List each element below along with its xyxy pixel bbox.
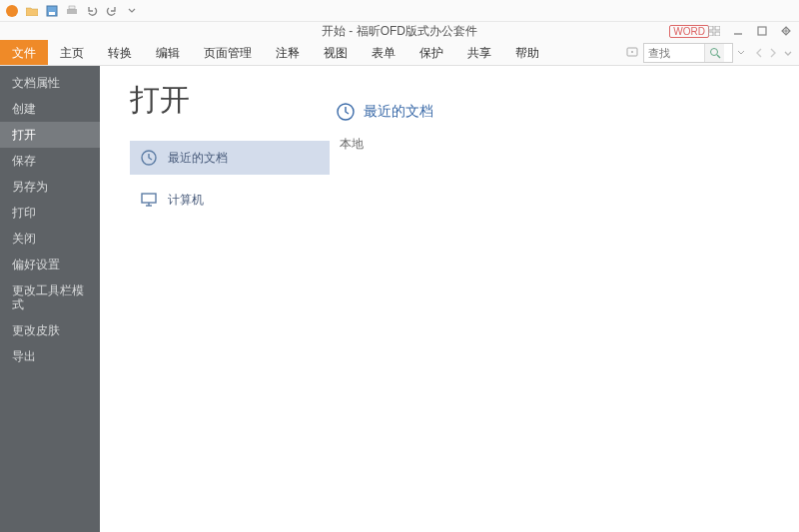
sidebar-item-export[interactable]: 导出 bbox=[0, 343, 100, 369]
tab-view[interactable]: 视图 bbox=[312, 40, 360, 65]
tab-form[interactable]: 表单 bbox=[360, 40, 407, 65]
svg-rect-5 bbox=[708, 26, 713, 30]
format-badge: WORD bbox=[669, 25, 709, 38]
svg-rect-8 bbox=[715, 32, 720, 36]
maximize-button[interactable] bbox=[755, 24, 769, 38]
save-icon[interactable] bbox=[44, 3, 60, 19]
svg-point-0 bbox=[6, 5, 18, 17]
svg-rect-4 bbox=[69, 6, 75, 9]
tab-convert[interactable]: 转换 bbox=[96, 40, 144, 65]
open-sources-panel: 打开 最近的文档 计算机 bbox=[100, 66, 330, 532]
svg-rect-10 bbox=[758, 27, 766, 35]
recent-documents-subhead: 本地 bbox=[340, 136, 799, 153]
redo-icon[interactable] bbox=[104, 3, 120, 19]
close-button[interactable] bbox=[779, 24, 793, 38]
search-input[interactable] bbox=[644, 47, 704, 59]
thumb-view-icon[interactable] bbox=[707, 24, 721, 38]
tell-me-icon[interactable] bbox=[625, 46, 639, 60]
sidebar-item-toolbar-mode[interactable]: 更改工具栏模式 bbox=[0, 277, 100, 317]
nav-arrows bbox=[755, 48, 793, 58]
svg-rect-7 bbox=[708, 32, 713, 36]
monitor-icon bbox=[140, 191, 158, 209]
backstage-body: 文档属性 创建 打开 保存 另存为 打印 关闭 偏好设置 更改工具栏模式 更改皮… bbox=[0, 66, 799, 532]
nav-prev-icon[interactable] bbox=[755, 48, 763, 58]
sidebar-item-skin[interactable]: 更改皮肤 bbox=[0, 317, 100, 343]
sidebar-item-close[interactable]: 关闭 bbox=[0, 226, 100, 252]
search-dropdown-icon[interactable] bbox=[737, 49, 745, 57]
sidebar-item-doc-properties[interactable]: 文档属性 bbox=[0, 70, 100, 96]
collapse-ribbon-icon[interactable] bbox=[783, 48, 793, 58]
backstage-main: 打开 最近的文档 计算机 最近的文档 本地 bbox=[100, 66, 799, 532]
sidebar-item-save[interactable]: 保存 bbox=[0, 148, 100, 174]
open-icon[interactable] bbox=[24, 3, 40, 19]
app-logo-icon bbox=[4, 3, 20, 19]
backstage-sidebar: 文档属性 创建 打开 保存 另存为 打印 关闭 偏好设置 更改工具栏模式 更改皮… bbox=[0, 66, 100, 532]
svg-rect-18 bbox=[142, 194, 156, 203]
ribbon-tabs: 文件 主页 转换 编辑 页面管理 注释 视图 表单 保护 共享 帮助 bbox=[0, 40, 799, 66]
window-controls bbox=[707, 24, 793, 38]
window-title: 开始 - 福昕OFD版式办公套件 bbox=[322, 23, 477, 40]
sidebar-item-create[interactable]: 创建 bbox=[0, 96, 100, 122]
svg-rect-6 bbox=[715, 26, 720, 30]
svg-point-14 bbox=[631, 51, 633, 53]
page-heading: 打开 bbox=[130, 80, 330, 121]
clock-icon bbox=[336, 102, 356, 122]
sidebar-item-print[interactable]: 打印 bbox=[0, 200, 100, 226]
svg-point-15 bbox=[710, 48, 717, 55]
sidebar-item-save-as[interactable]: 另存为 bbox=[0, 174, 100, 200]
nav-next-icon[interactable] bbox=[769, 48, 777, 58]
clock-icon bbox=[140, 149, 158, 167]
tab-share[interactable]: 共享 bbox=[455, 40, 503, 65]
qat-dropdown-icon[interactable] bbox=[124, 3, 140, 19]
sidebar-item-preferences[interactable]: 偏好设置 bbox=[0, 252, 100, 277]
search-box[interactable] bbox=[643, 43, 733, 63]
undo-icon[interactable] bbox=[84, 3, 100, 19]
recent-documents-title: 最近的文档 bbox=[364, 103, 433, 121]
tab-page-manage[interactable]: 页面管理 bbox=[192, 40, 264, 65]
minimize-button[interactable] bbox=[731, 24, 745, 38]
tab-help[interactable]: 帮助 bbox=[503, 40, 551, 65]
source-label: 最近的文档 bbox=[168, 150, 228, 167]
tab-annotate[interactable]: 注释 bbox=[264, 40, 312, 65]
tab-file[interactable]: 文件 bbox=[0, 40, 48, 65]
print-icon[interactable] bbox=[64, 3, 80, 19]
svg-rect-2 bbox=[49, 12, 55, 15]
tab-edit[interactable]: 编辑 bbox=[144, 40, 192, 65]
tab-protect[interactable]: 保护 bbox=[407, 40, 455, 65]
svg-line-16 bbox=[717, 55, 720, 58]
tab-home[interactable]: 主页 bbox=[48, 40, 96, 65]
source-label: 计算机 bbox=[168, 192, 204, 209]
recent-documents-panel: 最近的文档 本地 bbox=[330, 66, 799, 532]
title-bar: 开始 - 福昕OFD版式办公套件 WORD bbox=[0, 22, 799, 40]
source-computer[interactable]: 计算机 bbox=[130, 183, 330, 217]
recent-documents-header: 最近的文档 bbox=[336, 102, 799, 122]
search-icon[interactable] bbox=[704, 44, 724, 62]
source-recent-documents[interactable]: 最近的文档 bbox=[130, 141, 330, 175]
quick-access-toolbar bbox=[0, 0, 799, 22]
sidebar-item-open[interactable]: 打开 bbox=[0, 122, 100, 148]
svg-rect-3 bbox=[67, 9, 77, 14]
ribbon-right bbox=[625, 40, 793, 65]
